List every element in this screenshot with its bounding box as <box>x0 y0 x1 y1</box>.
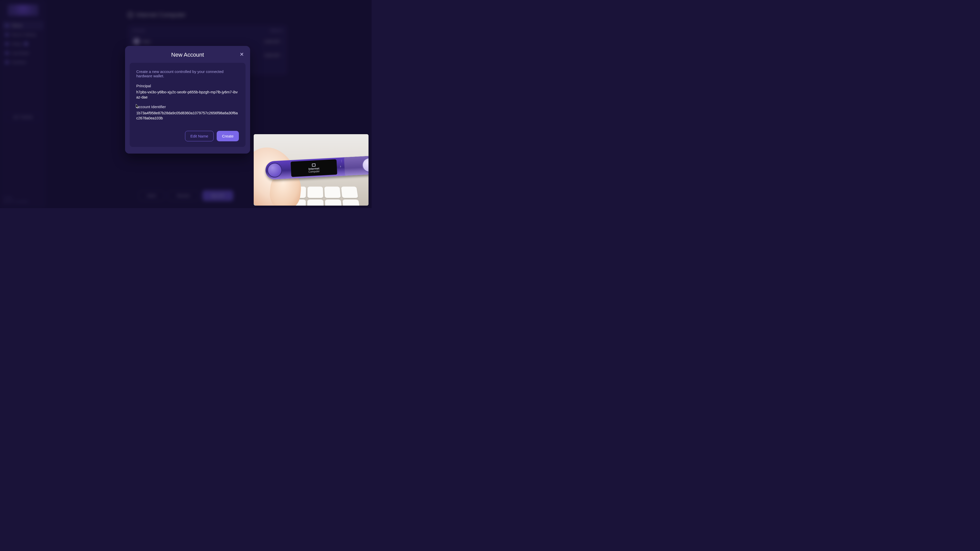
app-icon <box>312 163 316 167</box>
device-right-button <box>363 158 369 172</box>
keycap <box>307 200 324 206</box>
keycap <box>307 186 323 198</box>
close-icon[interactable]: ✕ <box>239 52 245 57</box>
device-screen: Internet Computer <box>291 159 337 177</box>
create-button[interactable]: Create <box>217 131 239 141</box>
device-left-button <box>268 163 282 177</box>
modal-body: Create a new account controlled by your … <box>130 63 245 147</box>
new-account-modal: New Account ✕ Create a new account contr… <box>125 46 250 154</box>
device-text-2: Computer <box>308 170 320 173</box>
principal-label: Principal <box>136 84 239 88</box>
modal-button-row: Edit Name Create <box>185 131 239 141</box>
device-speck-icon: ¦ <box>341 159 342 162</box>
device-tail <box>344 156 369 176</box>
keycap <box>341 186 358 198</box>
account-id-label: Account Identifier <box>136 105 239 109</box>
device-chevron-right-icon: › <box>340 164 341 168</box>
account-id-value: 1b73a4f958e87b28da9c05d8360a1079757c2656… <box>136 110 239 121</box>
principal-value: h7pbs-vxi3o-y6lbo-xjy2c-seo6r-p655b-bpzg… <box>136 89 239 100</box>
edit-name-button[interactable]: Edit Name <box>185 131 213 141</box>
hardware-wallet-pip: N M Internet Computer ¦ › <box>254 134 369 206</box>
modal-title: New Account <box>130 52 245 58</box>
keycap <box>342 200 360 206</box>
keycap <box>325 200 342 206</box>
keycap <box>325 186 341 198</box>
modal-description: Create a new account controlled by your … <box>136 69 239 78</box>
